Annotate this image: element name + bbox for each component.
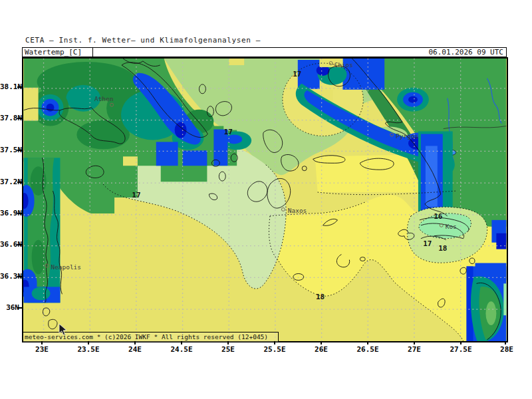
contour-label-17-center: 17 — [224, 128, 233, 136]
lon-tick — [367, 341, 368, 344]
lon-tick — [181, 341, 182, 344]
city-label-neapolis: Neapolis — [51, 263, 81, 271]
contour-label-17-north: 17 — [293, 70, 301, 78]
lat-label: 36.6N — [0, 240, 19, 249]
lon-label: 23E — [27, 345, 57, 354]
temperature-map: Athen Chios Pyrgos Naxos Kos Neapolis 17… — [23, 59, 507, 341]
contour-label-16-kos: 16 — [434, 212, 442, 221]
lon-label: 27.5E — [446, 345, 475, 354]
lon-tick — [41, 341, 43, 344]
city-label-athen: Athen — [94, 95, 113, 102]
lon-tick — [274, 341, 275, 344]
contour-label-17-west: 17 — [132, 191, 140, 200]
lon-tick — [414, 341, 415, 344]
variable-label: Watertemp_[C] — [23, 48, 93, 57]
contour-label-18-kos: 18 — [438, 244, 447, 253]
lat-label: 37.8N — [0, 114, 19, 122]
map-canvas: Athen Chios Pyrgos Naxos Kos Neapolis 17… — [22, 57, 508, 342]
weather-map-page: CETA – Inst. f. Wetter– und Klimafolgena… — [0, 0, 532, 399]
lon-tick — [460, 341, 462, 344]
lat-label: 37.5N — [0, 146, 19, 154]
lon-label: 26E — [307, 345, 336, 354]
lat-label: 36N — [0, 303, 19, 312]
lat-label: 38.1N — [0, 82, 19, 91]
lon-label: 27E — [400, 345, 429, 354]
lon-tick — [321, 341, 322, 344]
lon-label: 26.5E — [353, 345, 382, 354]
datetime-label: 06.01.2026 09 UTC — [428, 48, 506, 57]
lon-label: 24.5E — [167, 345, 196, 354]
lat-label: 36.9N — [0, 209, 19, 217]
lon-tick — [88, 341, 89, 344]
header-strip: Watertemp_[C] 06.01.2026 09 UTC — [22, 47, 507, 57]
city-label-kos: Kos — [446, 223, 457, 230]
lon-tick — [227, 341, 229, 344]
lat-label: 36.3N — [0, 272, 19, 281]
page-title: CETA – Inst. f. Wetter– und Klimafolgena… — [25, 36, 261, 45]
lon-tick — [505, 341, 506, 344]
lat-label: 37.2N — [0, 178, 19, 186]
lon-label: 25E — [213, 345, 243, 354]
city-label-naxos: Naxos — [288, 207, 307, 214]
contour-label-18-south: 18 — [316, 293, 325, 301]
mouse-cursor-icon — [59, 323, 68, 336]
lon-label: 23.5E — [74, 345, 103, 354]
city-label-chios: Chios — [334, 61, 353, 68]
lon-label: 24E — [120, 345, 150, 354]
contour-label-17-kos: 17 — [423, 239, 432, 248]
lon-label: 28E — [492, 345, 521, 354]
city-label-pyrgos: Pyrgos — [396, 132, 418, 140]
lon-label: 25.5E — [260, 345, 289, 354]
lon-tick — [134, 341, 136, 344]
